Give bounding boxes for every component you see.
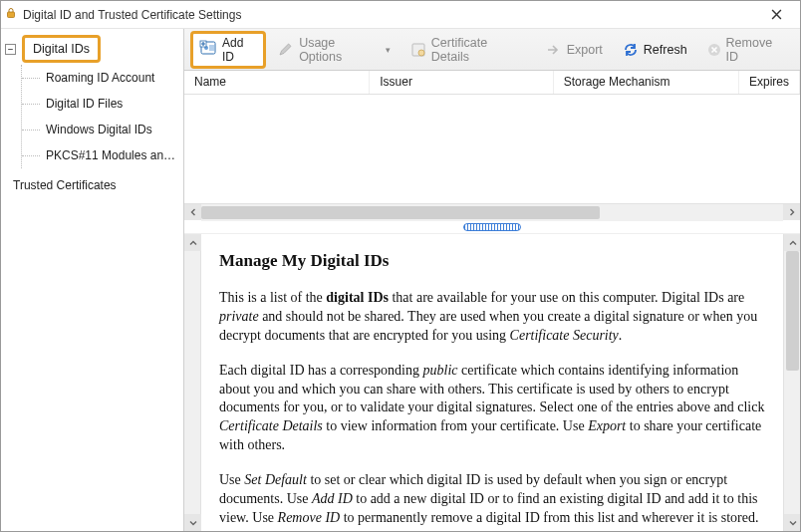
table-body-empty [184, 95, 800, 203]
refresh-button[interactable]: Refresh [615, 38, 695, 62]
svg-point-5 [418, 50, 424, 56]
col-storage[interactable]: Storage Mechanism [554, 71, 739, 94]
col-issuer[interactable]: Issuer [370, 71, 553, 94]
left-vertical-scrollbar[interactable] [184, 234, 201, 531]
hscroll-track[interactable] [201, 204, 783, 221]
remove-id-button[interactable]: Remove ID [699, 32, 794, 68]
help-pane: Manage My Digital IDs This is a list of … [184, 234, 800, 531]
hscroll-thumb[interactable] [201, 206, 600, 219]
scroll-left-button[interactable] [184, 204, 201, 221]
export-button[interactable]: Export [538, 38, 611, 62]
chevron-down-icon: ▾ [386, 45, 391, 55]
chevron-left-icon [189, 208, 197, 216]
close-button[interactable] [756, 5, 796, 25]
remove-icon [707, 43, 721, 57]
usage-options-button[interactable]: Usage Options ▾ [270, 32, 399, 68]
pencil-icon [278, 42, 294, 58]
sidebar: − Digital IDs Roaming ID Account Digital… [1, 29, 184, 531]
settings-window: Digital ID and Trusted Certificate Setti… [0, 0, 801, 532]
export-label: Export [567, 43, 603, 57]
chevron-up-icon [789, 239, 797, 247]
toolbar: Add ID Usage Options ▾ Certificate Detai… [184, 29, 800, 71]
splitter-grip[interactable] [463, 223, 521, 231]
help-heading: Manage My Digital IDs [219, 250, 765, 273]
scroll-down-button[interactable] [184, 514, 201, 531]
help-p1: This is a list of the digital IDs that a… [219, 289, 765, 346]
right-vscroll-track[interactable] [784, 251, 800, 514]
right-vertical-scrollbar[interactable] [783, 234, 800, 531]
add-id-button[interactable]: Add ID [190, 31, 266, 69]
sidebar-children: Roaming ID Account Digital ID Files Wind… [21, 65, 181, 168]
scroll-up-button[interactable] [784, 234, 800, 251]
sidebar-root-digital-ids[interactable]: Digital IDs [22, 35, 101, 63]
sidebar-item-trusted-certificates[interactable]: Trusted Certificates [3, 168, 181, 198]
table-header-row: Name Issuer Storage Mechanism Expires [184, 71, 800, 95]
col-expires[interactable]: Expires [739, 71, 800, 94]
lock-icon [5, 7, 17, 22]
col-name[interactable]: Name [184, 71, 370, 94]
help-p2: Each digital ID has a corresponding publ… [219, 362, 765, 455]
horizontal-scrollbar[interactable] [184, 203, 800, 220]
usage-options-label: Usage Options [299, 36, 379, 64]
tree-collapse-toggle[interactable]: − [5, 44, 16, 55]
chevron-down-icon [189, 519, 197, 527]
chevron-right-icon [788, 208, 796, 216]
sidebar-root-label: Digital IDs [33, 42, 90, 56]
left-vscroll-track[interactable] [184, 251, 200, 514]
chevron-down-icon [789, 519, 797, 527]
id-table: Name Issuer Storage Mechanism Expires [184, 71, 800, 220]
refresh-label: Refresh [644, 43, 687, 57]
sidebar-item-pkcs11-modules[interactable]: PKCS#11 Modules and Tokens [22, 142, 181, 168]
right-vscroll-thumb[interactable] [786, 251, 799, 371]
sidebar-item-digital-id-files[interactable]: Digital ID Files [22, 91, 181, 117]
scroll-right-button[interactable] [783, 204, 800, 221]
window-title: Digital ID and Trusted Certificate Setti… [23, 8, 756, 22]
refresh-icon [623, 42, 639, 58]
titlebar: Digital ID and Trusted Certificate Setti… [1, 1, 800, 29]
content-area: − Digital IDs Roaming ID Account Digital… [1, 29, 800, 531]
pane-splitter[interactable] [184, 220, 800, 234]
add-id-label: Add ID [222, 36, 257, 64]
close-icon [771, 9, 782, 20]
svg-rect-0 [8, 12, 15, 18]
export-icon [546, 42, 562, 58]
remove-id-label: Remove ID [726, 36, 786, 64]
chevron-up-icon [189, 239, 197, 247]
scroll-up-button[interactable] [184, 234, 201, 251]
add-id-icon [199, 39, 217, 60]
right-pane: Add ID Usage Options ▾ Certificate Detai… [184, 29, 800, 531]
sidebar-item-roaming-id-accounts[interactable]: Roaming ID Account [22, 65, 181, 91]
help-text: Manage My Digital IDs This is a list of … [201, 234, 783, 531]
certificate-icon [410, 42, 426, 58]
certificate-details-button[interactable]: Certificate Details [402, 32, 534, 68]
help-p3: Use Set Default to set or clear which di… [219, 471, 765, 528]
scroll-down-button[interactable] [784, 514, 800, 531]
certificate-details-label: Certificate Details [431, 36, 526, 64]
sidebar-item-windows-digital-ids[interactable]: Windows Digital IDs [22, 117, 181, 142]
